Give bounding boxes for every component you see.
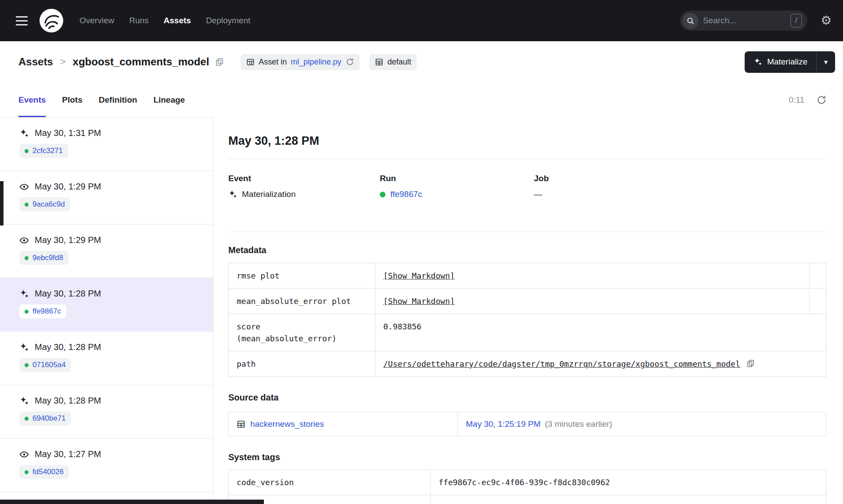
event-list-item[interactable]: May 30, 1:31 PM 2cfc3271	[0, 118, 213, 171]
nav-item-overview[interactable]: Overview	[79, 16, 114, 25]
nav-item-deployment[interactable]: Deployment	[206, 16, 250, 25]
run-id-link[interactable]: 9ebc9fd8	[32, 254, 63, 262]
breadcrumb-separator: >	[60, 56, 66, 68]
run-status-dot	[25, 203, 29, 207]
tab-events[interactable]: Events	[18, 82, 46, 117]
run-status-dot	[25, 149, 29, 153]
table-icon	[237, 420, 245, 429]
hamburger-menu-icon[interactable]	[13, 14, 30, 28]
metadata-key: path	[229, 351, 375, 376]
table-row: code_version ffe9867c-ec9c-4f06-939c-f8d…	[229, 470, 826, 495]
run-tag[interactable]: 9ebc9fd8	[19, 251, 68, 265]
table-row-partial	[229, 495, 826, 504]
metadata-key: rmse plot	[229, 263, 375, 288]
materialization-icon	[19, 343, 29, 352]
sidebar-scrollbar-thumb[interactable]	[0, 181, 4, 225]
chevron-down-icon: ▾	[824, 58, 828, 66]
system-tag-value: ffe9867c-ec9c-4f06-939c-f8dc830c0962	[439, 476, 610, 488]
asset-group-icon	[375, 58, 383, 66]
run-id-link[interactable]: ffe9867c	[390, 189, 422, 199]
source-asset-link[interactable]: hackernews_stories	[250, 419, 324, 429]
primary-nav: Overview Runs Assets Deployment	[79, 16, 250, 25]
run-id-link[interactable]: 071605a4	[32, 361, 66, 369]
event-list-item[interactable]: May 30, 1:29 PM 9ebc9fd8	[0, 225, 213, 278]
table-row: mean_absolute_error plot [Show Markdown]	[229, 289, 826, 314]
run-status-dot	[380, 192, 385, 197]
search-input[interactable]	[703, 16, 790, 25]
run-id-link[interactable]: fd540026	[32, 468, 64, 476]
table-row: score (mean_absolute_error) 0.983856	[229, 314, 826, 351]
job-column-label: Job	[534, 174, 826, 183]
materialize-sparkle-icon	[753, 57, 762, 66]
copy-asset-name-icon[interactable]	[215, 57, 224, 66]
run-id-link[interactable]: ffe9867c	[32, 307, 61, 316]
metadata-heading: Metadata	[228, 245, 826, 255]
materialize-button-group: Materialize ▾	[745, 51, 835, 73]
app-window: Overview Runs Assets Deployment / ⚙ Asse…	[0, 0, 843, 504]
nav-item-runs[interactable]: Runs	[129, 16, 148, 25]
table-row: path /Users/odetteharary/code/dagster/tm…	[229, 351, 826, 376]
materialization-icon	[228, 190, 237, 199]
asset-tabs: Events Plots Definition Lineage	[18, 82, 185, 117]
table-row: hackernews_stories May 30, 1:25:19 PM (3…	[229, 412, 826, 436]
global-search[interactable]: /	[680, 11, 807, 31]
expand-gutter	[809, 263, 826, 288]
nav-item-assets[interactable]: Assets	[164, 16, 191, 25]
show-markdown-link[interactable]: [Show Markdown]	[383, 270, 455, 282]
refresh-icon[interactable]	[817, 95, 826, 105]
run-tag[interactable]: 071605a4	[19, 358, 71, 372]
event-summary-columns: Event Materialization Run ffe9867c Job —	[228, 174, 826, 199]
run-tag[interactable]: 9aca6c9d	[19, 197, 70, 211]
run-tag[interactable]: 6940be71	[19, 411, 71, 425]
reload-location-icon[interactable]	[346, 58, 354, 66]
tab-plots[interactable]: Plots	[62, 82, 82, 117]
event-list-item[interactable]: May 30, 1:29 PM 9aca6c9d	[0, 171, 213, 225]
horizontal-scrollbar-thumb[interactable]	[0, 500, 264, 504]
copy-path-icon[interactable]	[746, 359, 755, 368]
materialization-icon	[19, 129, 29, 138]
event-list-item[interactable]: May 30, 1:27 PM fd540026	[0, 439, 213, 492]
event-list: May 30, 1:31 PM 2cfc3271 May 30, 1:29 PM…	[0, 117, 213, 504]
run-tag[interactable]: ffe9867c	[19, 304, 66, 318]
tab-definition[interactable]: Definition	[99, 82, 137, 117]
tab-lineage[interactable]: Lineage	[153, 82, 185, 117]
show-markdown-link[interactable]: [Show Markdown]	[383, 295, 455, 307]
metadata-value: 0.983856	[383, 321, 422, 332]
materialization-icon	[19, 289, 29, 299]
run-status-dot	[25, 470, 29, 474]
event-list-item[interactable]: May 30, 1:28 PM 6940be71	[0, 385, 213, 439]
table-row: rmse plot [Show Markdown]	[229, 263, 826, 289]
path-link[interactable]: /Users/odetteharary/code/dagster/tmp_0mz…	[383, 358, 740, 370]
system-tag-key: code_version	[229, 470, 431, 495]
dagster-logo[interactable]	[39, 8, 64, 33]
event-timestamp: May 30, 1:29 PM	[35, 182, 101, 192]
run-status-dot	[25, 363, 29, 367]
metadata-key: score (mean_absolute_error)	[229, 314, 375, 351]
source-timestamp-link[interactable]: May 30, 1:25:19 PM	[466, 419, 540, 429]
run-id-link[interactable]: 6940be71	[32, 414, 66, 423]
materialize-options-button[interactable]: ▾	[817, 51, 835, 73]
observation-icon	[19, 236, 29, 245]
run-id-link[interactable]: 2cfc3271	[32, 147, 63, 155]
event-list-item-selected[interactable]: May 30, 1:28 PM ffe9867c	[0, 278, 213, 332]
asset-group-tag[interactable]: default	[369, 54, 417, 70]
source-relative-time: (3 minutes earlier)	[545, 419, 612, 429]
run-tag[interactable]: fd540026	[19, 465, 69, 479]
expand-gutter	[809, 289, 826, 314]
event-detail-panel: May 30, 1:28 PM Event Materialization Ru…	[213, 117, 843, 504]
run-tag[interactable]: 2cfc3271	[19, 144, 68, 158]
materialize-label: Materialize	[767, 57, 807, 67]
event-list-item[interactable]: May 30, 1:28 PM 071605a4	[0, 332, 213, 385]
breadcrumb-assets[interactable]: Assets	[18, 56, 53, 68]
observation-icon	[19, 450, 29, 459]
settings-gear-icon[interactable]: ⚙	[821, 14, 832, 27]
search-shortcut-badge: /	[790, 14, 802, 28]
asset-location-tag[interactable]: Asset in ml_pipeline.py	[241, 54, 360, 70]
run-id-link[interactable]: 9aca6c9d	[32, 200, 65, 209]
materialize-button[interactable]: Materialize	[745, 51, 816, 73]
job-value: —	[534, 189, 542, 199]
event-timestamp: May 30, 1:29 PM	[35, 235, 101, 245]
asset-location-file-link[interactable]: ml_pipeline.py	[291, 57, 341, 67]
page-title: xgboost_comments_model	[73, 56, 209, 68]
event-timestamp: May 30, 1:28 PM	[35, 396, 101, 406]
